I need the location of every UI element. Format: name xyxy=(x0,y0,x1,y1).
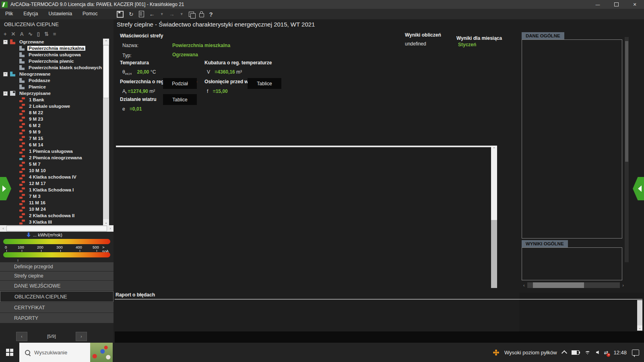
tree-expander-icon[interactable]: − xyxy=(3,40,8,44)
tree-expander-icon[interactable]: − xyxy=(3,91,8,96)
tree-item[interactable]: 2 Lokale usługowe xyxy=(0,103,103,109)
menu-plik[interactable]: Plik xyxy=(0,9,18,19)
tree-scrollbar[interactable]: ⌃ ⌄ xyxy=(103,39,109,225)
tab-dane-ogolne[interactable]: DANE OGÓLNE xyxy=(522,32,564,39)
license-lock-icon[interactable] xyxy=(199,13,204,17)
error-scroll-down-icon[interactable]: ⌄ xyxy=(637,325,642,331)
scroll-down-icon[interactable]: ⌄ xyxy=(103,219,109,225)
add-icon[interactable]: + xyxy=(4,31,7,37)
tree-hscrollbar[interactable]: ‹ › xyxy=(0,225,114,232)
tree-item[interactable]: −Ogrzewane xyxy=(0,39,103,45)
redo-dropdown-icon[interactable]: ▼ xyxy=(180,12,184,16)
notifications-icon[interactable] xyxy=(632,350,639,356)
close-button[interactable]: ✕ xyxy=(625,0,644,9)
volume-icon[interactable] xyxy=(596,351,599,354)
taskbar-search[interactable]: Wyszukiwanie xyxy=(19,343,113,362)
tree-item[interactable]: Powierzchnia mieszkalna xyxy=(0,45,103,51)
tree-item[interactable]: 9 M 23 xyxy=(0,116,103,122)
tree-item[interactable]: 3 Klatka III xyxy=(0,219,103,225)
nav-dane-wejściowe[interactable]: DANE WEJŚCIOWE xyxy=(0,281,114,291)
tree-item[interactable]: 7 M 15 xyxy=(0,135,103,142)
rp-scroll-left-icon[interactable]: ‹ xyxy=(523,283,525,288)
hidden-icons-chevron[interactable] xyxy=(561,350,567,356)
right-panel-scrollbar-thumb[interactable] xyxy=(625,41,628,162)
right-panel-scrollbar[interactable] xyxy=(625,37,629,262)
undo-dropdown-icon[interactable]: ▼ xyxy=(160,12,164,16)
battery-icon[interactable] xyxy=(572,350,579,355)
rp-hscroll-thumb[interactable] xyxy=(533,282,584,288)
clock[interactable]: 12:48 xyxy=(613,350,627,356)
tree-item[interactable]: 1 Bank xyxy=(0,97,103,103)
tree-item[interactable]: 7 M 3 xyxy=(0,193,103,200)
tree-expander-icon[interactable]: − xyxy=(3,72,8,76)
rp-scroll-right-icon[interactable]: › xyxy=(622,283,624,288)
tree-item[interactable]: 5 M 7 xyxy=(0,161,103,167)
tree-item[interactable]: Powierzchnia usługowa xyxy=(0,51,103,58)
scale-tick-label: 500 xyxy=(93,245,99,249)
tree-item[interactable]: 11 M 16 xyxy=(0,200,103,206)
tab-wyniki-ogolne[interactable]: WYNIKI OGÓLNE xyxy=(522,240,568,247)
tree-item[interactable]: 4 Klatka schodowa IV xyxy=(0,174,103,180)
pager-next-button[interactable]: › xyxy=(76,332,87,341)
nav-strefy-cieplne[interactable]: Strefy cieplne xyxy=(0,272,114,280)
tree-item[interactable]: −Nieogrzewane xyxy=(0,71,103,77)
delete-icon[interactable]: ✕ xyxy=(11,31,16,37)
start-button[interactable] xyxy=(0,343,19,362)
sort-icon[interactable]: ⇅ xyxy=(44,31,49,37)
tree-item[interactable]: 10 M 10 xyxy=(0,167,103,174)
tree-hscrollbar-thumb[interactable] xyxy=(6,226,107,231)
scroll-right-icon[interactable]: › xyxy=(107,225,114,232)
tree-item[interactable]: 8 M 22 xyxy=(0,109,103,116)
pager-prev-button[interactable]: ‹ xyxy=(16,332,27,341)
nav-certyfikat[interactable]: CERTYFIKAT xyxy=(0,302,114,313)
tree-item[interactable]: Powierzchnia piwnic xyxy=(0,58,103,64)
preview-icon[interactable] xyxy=(139,11,144,17)
tree-item[interactable]: −Nieprzypisane xyxy=(0,90,103,97)
error-scrollbar[interactable]: ⌄ xyxy=(637,300,642,331)
nav-obliczenia-cieplne[interactable]: OBLICZENIA CIEPLNE xyxy=(0,291,114,302)
measure-icon[interactable]: ∿ xyxy=(28,31,33,37)
rename-icon[interactable]: A xyxy=(20,31,24,37)
tree-item[interactable]: Powierzchnia klatek schodowych xyxy=(0,64,103,71)
nav-raporty[interactable]: RAPORTY xyxy=(0,313,114,323)
tree-scrollbar-thumb[interactable] xyxy=(103,45,109,98)
save-icon[interactable] xyxy=(117,11,124,18)
menu-edycja[interactable]: Edycja xyxy=(18,9,43,19)
table-scrollbar[interactable]: ⌃ xyxy=(491,146,497,288)
nav-definicje-przegród[interactable]: Definicje przegród xyxy=(0,262,114,271)
tablice-button-2[interactable]: Tablice xyxy=(163,94,197,105)
refresh-icon[interactable]: ↻ xyxy=(129,11,134,17)
tree-item[interactable]: 9 M 9 xyxy=(0,129,103,135)
maximize-button[interactable] xyxy=(607,0,625,9)
menu-ustawienia[interactable]: Ustawienia xyxy=(43,9,77,19)
tree-item[interactable]: 2 Piwnica nieogrzewana xyxy=(0,154,103,161)
tree-item[interactable]: 1 Piwnica usługowa xyxy=(0,148,103,154)
wifi-icon[interactable] xyxy=(584,350,591,355)
tablice-button-1[interactable]: Tablice xyxy=(248,78,281,89)
scroll-left-icon[interactable]: ‹ xyxy=(0,225,6,232)
pollen-icon[interactable] xyxy=(493,350,499,356)
podzial-button[interactable]: Podział xyxy=(163,78,197,89)
tree-item[interactable]: 10 M 24 xyxy=(0,206,103,212)
right-panel-hscrollbar[interactable]: ‹› xyxy=(523,282,624,289)
minimize-button[interactable]: — xyxy=(588,0,607,9)
copy-icon[interactable]: ▯ xyxy=(37,31,40,37)
tree-item[interactable]: Poddasze xyxy=(0,77,103,84)
tree-item[interactable]: 12 M 17 xyxy=(0,180,103,187)
redo-icon[interactable]: → xyxy=(169,11,175,17)
undo-icon[interactable]: ← xyxy=(149,11,155,17)
help-icon[interactable]: ? xyxy=(209,11,213,17)
table-scrollbar-thumb[interactable] xyxy=(491,152,497,220)
tray-weather-text[interactable]: Wysoki poziom pyłków xyxy=(504,350,557,356)
tree-item[interactable]: 6 M 14 xyxy=(0,142,103,148)
tree-item[interactable]: 1 Klatka Schodowa I xyxy=(0,187,103,193)
layers-icon[interactable] xyxy=(189,12,194,17)
sync-icon[interactable]: ⇄✕ xyxy=(604,350,609,356)
scroll-up-icon[interactable]: ⌃ xyxy=(103,39,109,45)
options-icon[interactable]: ≡ xyxy=(53,31,56,37)
table-scroll-up-icon[interactable]: ⌃ xyxy=(491,146,497,152)
tree-item[interactable]: Piwnice xyxy=(0,84,103,90)
menu-pomoc[interactable]: Pomoc xyxy=(77,9,103,19)
tree-item[interactable]: 6 M 2 xyxy=(0,122,103,129)
tree-item[interactable]: 2 Klatka schodowa II xyxy=(0,212,103,219)
